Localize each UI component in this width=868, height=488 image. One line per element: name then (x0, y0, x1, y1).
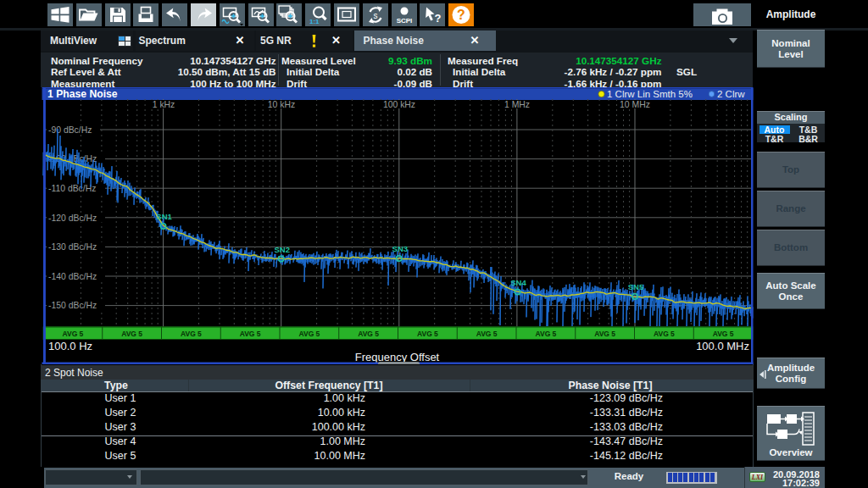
svg-text:SCPI: SCPI (397, 17, 413, 25)
svg-text:SN5: SN5 (628, 282, 644, 291)
svg-text:SN2: SN2 (274, 245, 289, 254)
svg-text:?: ? (457, 8, 465, 22)
svg-text:100 kHz: 100 kHz (383, 100, 415, 109)
svg-text:-120 dBc/Hz: -120 dBc/Hz (48, 214, 97, 223)
svg-text:AVG 5: AVG 5 (358, 330, 379, 338)
svg-text:100.0 MHz: 100.0 MHz (696, 340, 749, 352)
svg-text:AVG 5: AVG 5 (298, 330, 320, 338)
svg-text:2 Clrw: 2 Clrw (717, 89, 745, 99)
svg-text:AVG 5: AVG 5 (654, 330, 675, 338)
svg-text:1 Phase Noise: 1 Phase Noise (47, 88, 118, 100)
svg-text:1 MHz: 1 MHz (504, 100, 530, 109)
svg-text:SN4: SN4 (510, 278, 526, 287)
svg-text:AVG 5: AVG 5 (62, 330, 83, 338)
svg-text:-150 dBc/Hz: -150 dBc/Hz (48, 301, 97, 310)
svg-text:AVG 5: AVG 5 (240, 330, 261, 338)
svg-text:-140 dBc/Hz: -140 dBc/Hz (48, 272, 97, 281)
svg-text:AVG 5: AVG 5 (476, 330, 498, 338)
svg-text:AVG 5: AVG 5 (121, 330, 142, 338)
svg-text:1:1: 1:1 (309, 18, 320, 25)
svg-text:SN3: SN3 (392, 244, 408, 253)
svg-text:1 Clrw Lin Smth 5%: 1 Clrw Lin Smth 5% (607, 89, 693, 99)
svg-text:?: ? (435, 12, 442, 25)
svg-text:s: s (374, 11, 378, 20)
svg-text:-130 dBc/Hz: -130 dBc/Hz (48, 242, 97, 252)
svg-text:Frequency Offset: Frequency Offset (355, 351, 440, 363)
svg-text:AVG 5: AVG 5 (181, 330, 202, 338)
svg-text:AVG 5: AVG 5 (594, 330, 615, 338)
svg-text:-110 dBc/Hz: -110 dBc/Hz (48, 184, 96, 193)
svg-text:100.0 Hz: 100.0 Hz (48, 340, 92, 352)
svg-text:AVG 5: AVG 5 (713, 330, 734, 338)
svg-text:SN1: SN1 (156, 212, 172, 221)
svg-text:-90 dBc/Hz: -90 dBc/Hz (48, 125, 92, 135)
svg-text:10 kHz: 10 kHz (268, 100, 295, 109)
svg-text:1 kHz: 1 kHz (153, 100, 175, 109)
svg-text:AVG 5: AVG 5 (535, 330, 556, 338)
svg-text:10 MHz: 10 MHz (620, 100, 650, 109)
svg-text:AVG 5: AVG 5 (417, 330, 438, 338)
